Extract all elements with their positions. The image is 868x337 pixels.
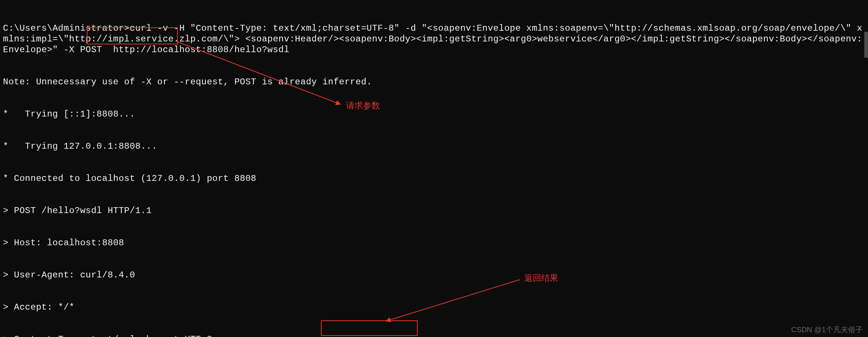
terminal-window[interactable]: C:\Users\Administrator>curl -v -H "Conte…	[0, 0, 868, 337]
prompt: C:\Users\Administrator>	[3, 23, 130, 33]
output-line: > POST /hello?wsdl HTTP/1.1	[3, 205, 865, 216]
command-text: curl -v -H "Content-Type: text/xml;chars…	[3, 23, 862, 55]
output-line: > Content-Type: text/xml;charset=UTF-8	[3, 334, 865, 337]
scrollbar-thumb[interactable]	[864, 32, 868, 58]
output-line: * Trying [::1]:8808...	[3, 109, 865, 119]
output-line: Note: Unnecessary use of -X or --request…	[3, 77, 865, 87]
watermark-text: CSDN @1个凡夫俗子	[791, 325, 863, 335]
output-line: > Host: localhost:8808	[3, 237, 865, 248]
output-line: * Connected to localhost (127.0.0.1) por…	[3, 173, 865, 184]
terminal-command-line: C:\Users\Administrator>curl -v -H "Conte…	[3, 23, 865, 55]
output-line: > Accept: */*	[3, 302, 865, 313]
output-line: * Trying 127.0.0.1:8808...	[3, 141, 865, 152]
output-line: > User-Agent: curl/8.4.0	[3, 270, 865, 280]
